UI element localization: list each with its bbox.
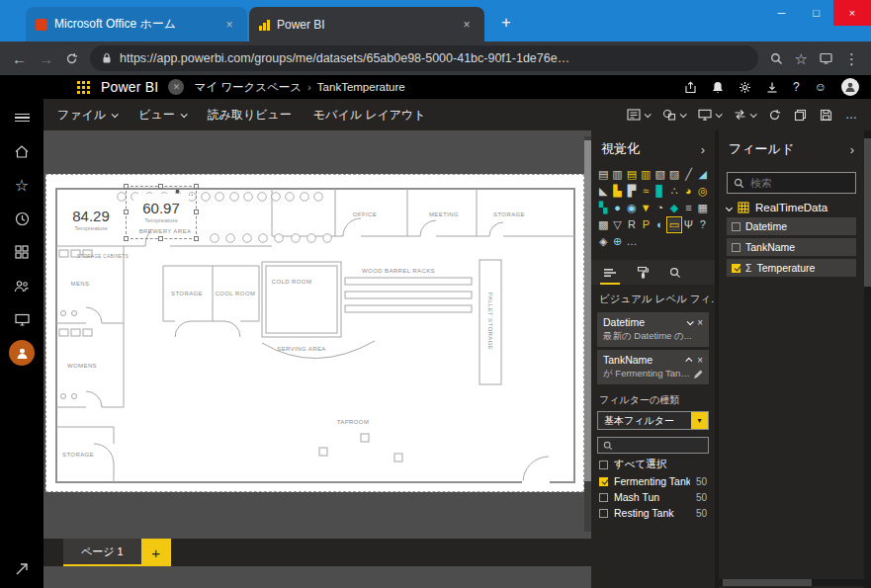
scrollbar-thumb[interactable] bbox=[723, 579, 812, 586]
viz-icon-matrix[interactable]: ▩ bbox=[597, 218, 609, 231]
tab-format-icon[interactable] bbox=[637, 260, 650, 285]
viz-icon-kpi[interactable]: ◆ bbox=[668, 202, 680, 214]
collapse-panel-icon[interactable]: › bbox=[701, 142, 705, 157]
refresh-visuals-icon[interactable] bbox=[768, 109, 781, 122]
viz-icon-funnel-chart[interactable]: ▼ bbox=[640, 202, 652, 214]
field-checkbox[interactable] bbox=[732, 264, 740, 273]
insert-shapes-icon[interactable] bbox=[662, 109, 685, 121]
add-page-button[interactable]: + bbox=[141, 539, 171, 566]
remove-filter-icon[interactable]: × bbox=[697, 355, 703, 366]
filter-item--[interactable]: すべて選択 bbox=[599, 458, 707, 471]
viz-icon-waterfall-chart[interactable]: ▊ bbox=[654, 185, 666, 198]
zoom-icon[interactable] bbox=[770, 52, 783, 65]
viz-icon-ribbon-chart[interactable]: ≈ bbox=[640, 185, 652, 198]
viz-icon-multi-row-card[interactable]: ≡ bbox=[682, 202, 694, 214]
close-tab-icon[interactable]: × bbox=[221, 17, 237, 33]
new-tab-button[interactable]: + bbox=[494, 11, 518, 35]
viz-icon-decomposition-tree[interactable]: Ψ bbox=[682, 218, 694, 231]
browser-menu-icon[interactable]: ⋮ bbox=[844, 51, 859, 66]
card-visual-temperature-1[interactable]: 84.29 Tempreature bbox=[60, 203, 122, 236]
collapse-panel-icon[interactable]: › bbox=[850, 142, 854, 157]
filter-type-select[interactable]: 基本フィルター ▾ bbox=[597, 411, 709, 430]
menu-reading-view[interactable]: 読み取りビュー bbox=[208, 107, 292, 124]
viz-icon-donut-chart[interactable]: ◎ bbox=[697, 185, 709, 198]
filter-item-checkbox[interactable] bbox=[599, 493, 608, 502]
resize-handle[interactable] bbox=[124, 184, 129, 189]
filter-item-checkbox[interactable] bbox=[599, 509, 608, 518]
resize-handle[interactable] bbox=[194, 236, 199, 241]
resize-handle[interactable] bbox=[194, 210, 199, 214]
filter-item-fermenting-tank[interactable]: Fermenting Tank 50 bbox=[599, 475, 707, 487]
field-tankname[interactable]: Σ TankName bbox=[727, 238, 856, 256]
viz-icon-100-stacked-column-chart[interactable]: ▨ bbox=[668, 168, 680, 181]
filter-item-mash-tun[interactable]: Mash Tun 50 bbox=[599, 491, 707, 503]
viz-icon-python-visual[interactable]: P bbox=[640, 218, 652, 231]
viz-icon-clustered-bar-chart[interactable]: ▤ bbox=[626, 168, 638, 181]
viz-icon-line-chart[interactable]: ╱ bbox=[682, 168, 694, 181]
fields-search-box[interactable] bbox=[727, 172, 856, 194]
resize-handle[interactable] bbox=[194, 184, 199, 189]
fields-search-input[interactable] bbox=[750, 177, 849, 189]
viz-icon-card[interactable]: ▭ bbox=[668, 218, 680, 231]
help-icon[interactable]: ? bbox=[793, 80, 800, 94]
expand-table-icon[interactable] bbox=[726, 204, 733, 210]
chevron-down-icon[interactable] bbox=[687, 318, 694, 325]
my-workspace-avatar[interactable] bbox=[9, 340, 35, 366]
nav-menu-icon[interactable] bbox=[0, 101, 44, 134]
expand-nav-icon[interactable] bbox=[0, 562, 44, 576]
viz-icon-clustered-column-chart[interactable]: ▥ bbox=[640, 168, 652, 181]
viz-icon-key-influencers[interactable]: ◐ bbox=[654, 218, 666, 231]
more-options-icon[interactable]: … bbox=[845, 108, 857, 122]
resize-handle[interactable] bbox=[124, 210, 129, 214]
tab-fields-icon[interactable] bbox=[603, 260, 617, 285]
resize-handle[interactable] bbox=[124, 236, 129, 241]
notifications-bell-icon[interactable] bbox=[712, 81, 724, 94]
viz-icon-stacked-column-chart[interactable]: ▥ bbox=[611, 168, 623, 181]
filter-item-checkbox[interactable] bbox=[599, 461, 608, 469]
card-visual-temperature-2[interactable]: 60.97 Tempreature bbox=[133, 194, 189, 229]
close-tab-icon[interactable]: × bbox=[459, 17, 475, 33]
viz-icon-gauge[interactable]: ◔ bbox=[654, 202, 666, 214]
feedback-smiley-icon[interactable]: ☺ bbox=[815, 80, 827, 94]
address-bar[interactable]: https://app.powerbi.com/groups/me/datase… bbox=[90, 45, 758, 71]
viz-icon-stacked-area-chart[interactable]: ◣ bbox=[597, 185, 609, 198]
menu-view[interactable]: ビュー bbox=[138, 107, 186, 124]
edit-filter-pencil-icon[interactable] bbox=[694, 370, 703, 378]
user-avatar[interactable] bbox=[841, 78, 859, 96]
cast-icon[interactable] bbox=[820, 52, 832, 64]
menu-mobile-layout[interactable]: モバイル レイアウト bbox=[313, 107, 426, 124]
field-checkbox[interactable] bbox=[732, 243, 740, 252]
visual-interactions-icon[interactable] bbox=[734, 109, 755, 121]
browser-tab-office[interactable]: Microsoft Office ホーム × bbox=[26, 7, 247, 42]
filter-search-input[interactable] bbox=[618, 440, 703, 451]
breadcrumb-item[interactable]: TankTemperature bbox=[317, 81, 405, 93]
apps-grid-icon[interactable] bbox=[0, 235, 44, 269]
report-page[interactable]: OFFICE MEETING STORAGE BREWERY AREA bbox=[45, 174, 584, 492]
download-icon[interactable] bbox=[766, 81, 778, 94]
viz-icon-slicer[interactable]: ▽ bbox=[611, 218, 623, 231]
filter-item-resting-tank[interactable]: Resting Tank 50 bbox=[599, 507, 707, 519]
share-icon[interactable] bbox=[684, 81, 697, 94]
viz-icon-line-stacked-column-chart[interactable]: ▛ bbox=[626, 185, 638, 198]
duplicate-page-icon[interactable] bbox=[794, 109, 807, 122]
recent-clock-icon[interactable] bbox=[0, 202, 44, 235]
viz-icon-area-chart[interactable]: ◢ bbox=[697, 168, 709, 181]
remove-filter-icon[interactable]: × bbox=[697, 317, 703, 328]
page-view-icon[interactable] bbox=[698, 109, 721, 121]
shared-with-me-icon[interactable] bbox=[0, 269, 44, 302]
viz-icon-pie-chart[interactable]: ◕ bbox=[682, 185, 694, 198]
resize-handle[interactable] bbox=[158, 184, 163, 189]
fields-horizontal-scrollbar[interactable] bbox=[719, 579, 864, 586]
viz-icon-qa-visual[interactable]: ? bbox=[697, 218, 709, 231]
resize-handle[interactable] bbox=[158, 236, 163, 241]
refresh-icon[interactable] bbox=[65, 52, 78, 65]
settings-gear-icon[interactable] bbox=[739, 81, 751, 94]
viz-icon-map[interactable]: ● bbox=[611, 202, 623, 214]
scrollbar-thumb[interactable] bbox=[584, 140, 591, 481]
canvas-vertical-scrollbar[interactable] bbox=[584, 136, 591, 532]
bookmark-star-icon[interactable]: ☆ bbox=[795, 51, 808, 66]
tab-analytics-icon[interactable] bbox=[669, 260, 681, 285]
viz-icon-shape-map[interactable]: ◈ bbox=[597, 235, 609, 248]
dataset-table-row[interactable]: RealTimeData bbox=[727, 202, 856, 213]
breadcrumb-workspace[interactable]: マイ ワークスペース bbox=[194, 80, 302, 95]
